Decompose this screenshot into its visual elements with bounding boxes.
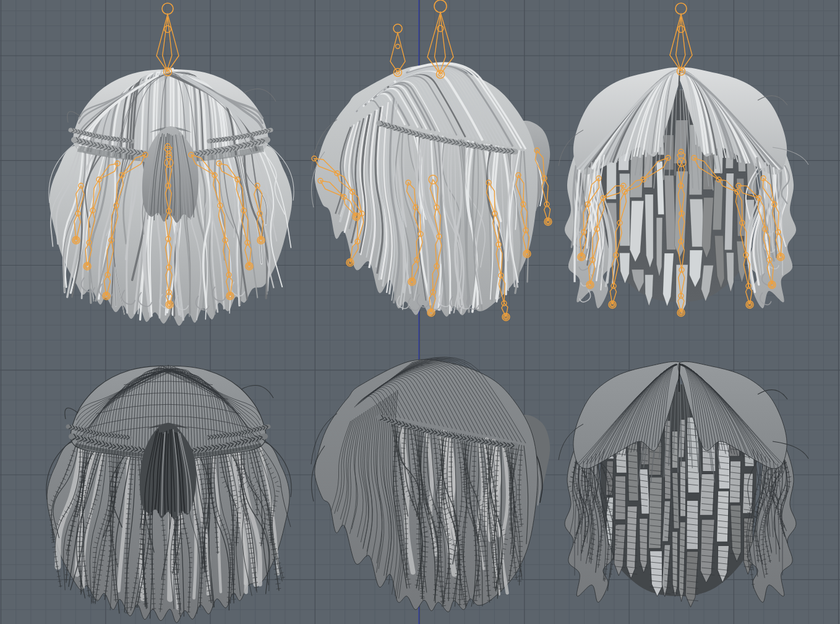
viewport-3d[interactable] [0, 0, 840, 624]
hair-front-wire [559, 362, 808, 607]
viewport-canvas[interactable] [0, 0, 840, 624]
